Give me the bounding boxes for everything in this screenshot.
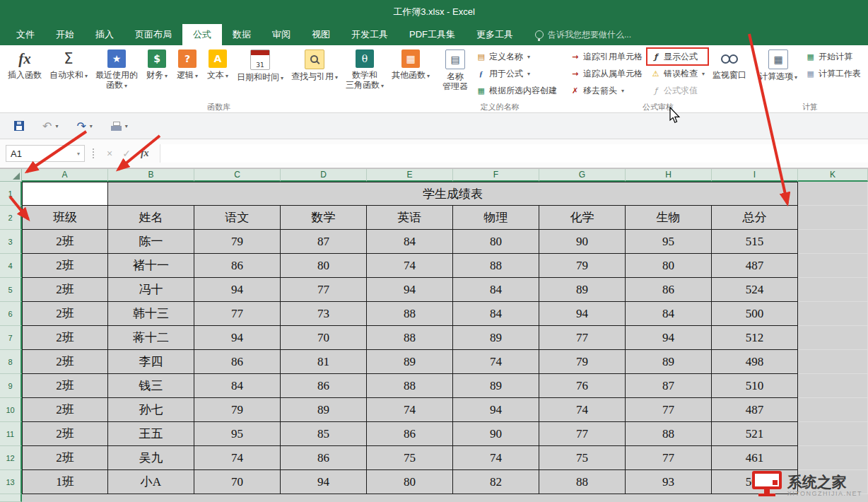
cell-E4[interactable]: 74 bbox=[367, 254, 453, 278]
ribbon-financial[interactable]: $财务▾ bbox=[142, 47, 172, 99]
ribbon-create-from-selection[interactable]: ▦根据所选内容创建 bbox=[472, 82, 561, 99]
cell-F5[interactable]: 84 bbox=[453, 278, 539, 302]
cell-F9[interactable]: 89 bbox=[453, 374, 539, 398]
select-all-button[interactable] bbox=[0, 169, 22, 182]
cell-H6[interactable]: 84 bbox=[626, 302, 712, 326]
tab-formulas[interactable]: 公式 bbox=[182, 24, 222, 45]
col-header-E[interactable]: E bbox=[367, 169, 453, 182]
row-header-9[interactable]: 9 bbox=[0, 374, 22, 398]
row-header-6[interactable]: 6 bbox=[0, 302, 22, 326]
row-header-12[interactable]: 12 bbox=[0, 446, 22, 470]
ribbon-watch-window[interactable]: 监视窗口 bbox=[709, 47, 750, 99]
cell-D6[interactable]: 73 bbox=[281, 302, 367, 326]
cell-B5[interactable]: 冯十 bbox=[108, 278, 194, 302]
row-header-13[interactable]: 13 bbox=[0, 470, 22, 494]
cell-I7[interactable]: 512 bbox=[712, 326, 798, 350]
cell-B7[interactable]: 蒋十二 bbox=[108, 326, 194, 350]
cell-B13[interactable]: 小A bbox=[108, 470, 194, 494]
ribbon-remove-arrows[interactable]: ✗移去箭头▾ bbox=[566, 82, 646, 99]
ribbon-evaluate-formula[interactable]: ƒ公式求值 bbox=[647, 82, 708, 99]
ribbon-trace-precedents[interactable]: →追踪引用单元格 bbox=[566, 48, 646, 65]
cell-H7[interactable]: 94 bbox=[626, 326, 712, 350]
cell-E13[interactable]: 80 bbox=[367, 470, 453, 494]
col-header-K[interactable]: K bbox=[798, 169, 868, 182]
cell-H11[interactable]: 88 bbox=[626, 422, 712, 446]
tab-review[interactable]: 审阅 bbox=[262, 24, 301, 45]
cell-K8[interactable] bbox=[798, 350, 868, 374]
cell-G6[interactable]: 94 bbox=[539, 302, 626, 326]
cell-A10[interactable]: 2班 bbox=[22, 398, 108, 422]
tab-insert[interactable]: 插入 bbox=[85, 24, 124, 45]
cell-A1[interactable] bbox=[22, 182, 108, 206]
cell-K3[interactable] bbox=[798, 230, 868, 254]
cell-C6[interactable]: 77 bbox=[194, 302, 281, 326]
ribbon-calculation-options[interactable]: ▦计算选项▾ bbox=[756, 47, 801, 99]
tell-me[interactable]: 告诉我您想要做什么... bbox=[535, 24, 631, 45]
ribbon-trace-dependents[interactable]: →追踪从属单元格 bbox=[566, 65, 646, 82]
cell-G9[interactable]: 76 bbox=[539, 374, 626, 398]
cell-F12[interactable]: 74 bbox=[453, 446, 539, 470]
cell-E9[interactable]: 88 bbox=[367, 374, 453, 398]
cell-H2[interactable]: 生物 bbox=[626, 206, 712, 230]
cell-G2[interactable]: 化学 bbox=[539, 206, 626, 230]
ribbon-calculate-sheet[interactable]: ▦计算工作表 bbox=[802, 65, 864, 82]
row-header-7[interactable]: 7 bbox=[0, 326, 22, 350]
tab-file[interactable]: 文件 bbox=[6, 24, 45, 45]
ribbon-insert-function[interactable]: fx插入函数 bbox=[4, 47, 45, 99]
cell-H3[interactable]: 95 bbox=[626, 230, 712, 254]
cell-I11[interactable]: 521 bbox=[712, 422, 798, 446]
cell-D5[interactable]: 77 bbox=[281, 278, 367, 302]
cell-H9[interactable]: 87 bbox=[626, 374, 712, 398]
cell-F13[interactable]: 82 bbox=[453, 470, 539, 494]
col-header-G[interactable]: G bbox=[539, 169, 626, 182]
cell-H4[interactable]: 80 bbox=[626, 254, 712, 278]
cell-B3[interactable]: 陈一 bbox=[108, 230, 194, 254]
cell-H12[interactable]: 77 bbox=[626, 446, 712, 470]
cell-G5[interactable]: 89 bbox=[539, 278, 626, 302]
cell-F11[interactable]: 90 bbox=[453, 422, 539, 446]
insert-function-icon[interactable]: fx bbox=[141, 148, 149, 159]
cell-B2[interactable]: 姓名 bbox=[108, 206, 194, 230]
cell-K9[interactable] bbox=[798, 374, 868, 398]
col-header-F[interactable]: F bbox=[453, 169, 539, 182]
ribbon-logical[interactable]: ?逻辑▾ bbox=[172, 47, 202, 99]
cell-K6[interactable] bbox=[798, 302, 868, 326]
cell-F3[interactable]: 80 bbox=[453, 230, 539, 254]
col-header-I[interactable]: I bbox=[712, 169, 798, 182]
cell-I4[interactable]: 487 bbox=[712, 254, 798, 278]
cell-C3[interactable]: 79 bbox=[194, 230, 281, 254]
ribbon-math-and-trig[interactable]: θ数学和三角函数▾ bbox=[342, 47, 387, 99]
cell-A5[interactable]: 2班 bbox=[22, 278, 108, 302]
cell-C2[interactable]: 语文 bbox=[194, 206, 281, 230]
cell-K4[interactable] bbox=[798, 254, 868, 278]
cell-C4[interactable]: 86 bbox=[194, 254, 281, 278]
ribbon-recently-used-functions[interactable]: ★最近使用的函数▾ bbox=[92, 47, 141, 99]
col-header-H[interactable]: H bbox=[626, 169, 712, 182]
cell-B10[interactable]: 孙七 bbox=[108, 398, 194, 422]
cell-A2[interactable]: 班级 bbox=[22, 206, 108, 230]
cell-G11[interactable]: 77 bbox=[539, 422, 626, 446]
cell-A11[interactable]: 2班 bbox=[22, 422, 108, 446]
cell-C5[interactable]: 94 bbox=[194, 278, 281, 302]
print-button[interactable]: ▾ bbox=[111, 122, 128, 131]
cell-C11[interactable]: 95 bbox=[194, 422, 281, 446]
cell-E8[interactable]: 89 bbox=[367, 350, 453, 374]
row-header-3[interactable]: 3 bbox=[0, 230, 22, 254]
cell-C8[interactable]: 86 bbox=[194, 350, 281, 374]
formula-input[interactable] bbox=[160, 144, 868, 163]
cell-A8[interactable]: 2班 bbox=[22, 350, 108, 374]
cell-I10[interactable]: 487 bbox=[712, 398, 798, 422]
cell-I8[interactable]: 498 bbox=[712, 350, 798, 374]
ribbon-error-checking[interactable]: ⚠错误检查▾ bbox=[647, 65, 708, 82]
cell-E2[interactable]: 英语 bbox=[367, 206, 453, 230]
cell-H5[interactable]: 86 bbox=[626, 278, 712, 302]
ribbon-date-and-time[interactable]: 31日期和时间▾ bbox=[233, 47, 287, 99]
cell-E10[interactable]: 74 bbox=[367, 398, 453, 422]
cell-K1[interactable] bbox=[798, 182, 868, 206]
cell-B8[interactable]: 李四 bbox=[108, 350, 194, 374]
cell-F8[interactable]: 74 bbox=[453, 350, 539, 374]
cell-C10[interactable]: 79 bbox=[194, 398, 281, 422]
cell-G7[interactable]: 77 bbox=[539, 326, 626, 350]
cell-I3[interactable]: 515 bbox=[712, 230, 798, 254]
cell-A3[interactable]: 2班 bbox=[22, 230, 108, 254]
